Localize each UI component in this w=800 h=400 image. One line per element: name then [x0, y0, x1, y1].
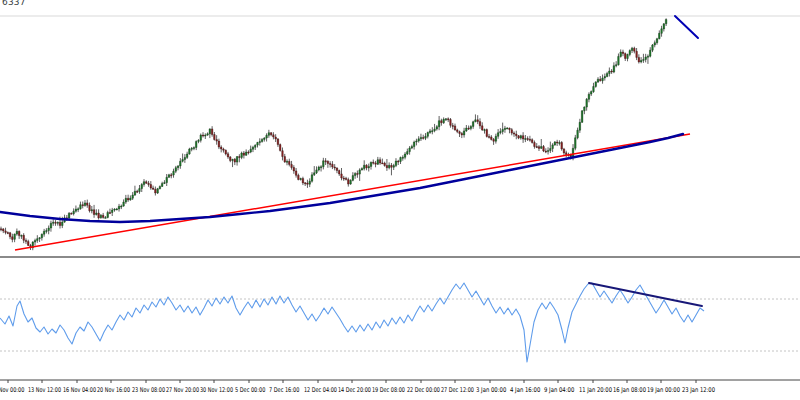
x-axis-label: 30 Nov 12:00 [200, 386, 233, 394]
x-axis-label: 16 Nov 04:00 [63, 386, 96, 394]
x-axis-label: 27 Dec 12:00 [441, 386, 474, 394]
chart-svg[interactable]: 9 Nov 00:0013 Nov 12:0016 Nov 04:0020 No… [0, 0, 800, 400]
x-axis-label: 13 Nov 12:00 [28, 386, 61, 394]
x-axis-label: 19 Jan 00:00 [647, 386, 680, 394]
x-axis[interactable]: 9 Nov 00:0013 Nov 12:0016 Nov 04:0020 No… [0, 380, 800, 394]
x-axis-label: 7 Dec 16:00 [269, 386, 299, 394]
x-axis-label: 19 Dec 08:00 [372, 386, 405, 394]
x-axis-label: 22 Dec 00:00 [407, 386, 440, 394]
x-axis-label: 14 Dec 20:00 [338, 386, 371, 394]
x-axis-label: 12 Dec 04:00 [304, 386, 337, 394]
main-chart-panel [0, 16, 800, 257]
chart-window: 9 Nov 00:0013 Nov 12:0016 Nov 04:0020 No… [0, 0, 800, 400]
x-axis-label: 3 Jan 00:00 [476, 386, 506, 394]
x-axis-label: 23 Nov 08:00 [132, 386, 165, 394]
price-info-fragment: 6337 [2, 0, 26, 7]
red-trendline[interactable] [15, 134, 690, 250]
x-axis-label: 9 Jan 04:00 [544, 386, 574, 394]
indicator-panel [0, 283, 800, 362]
oscillator-line [0, 283, 704, 362]
x-axis-label: 5 Dec 00:00 [235, 386, 265, 394]
x-axis-label: 16 Jan 08:00 [613, 386, 646, 394]
x-axis-label: 4 Jan 16:00 [510, 386, 540, 394]
blue-top-trendline[interactable] [675, 16, 698, 38]
x-axis-label: 27 Nov 20:00 [166, 386, 199, 394]
x-axis-label: 11 Jan 20:00 [579, 386, 612, 394]
bearish-candles [0, 48, 639, 248]
x-axis-label: 9 Nov 00:00 [0, 386, 24, 394]
x-axis-label: 20 Nov 16:00 [97, 386, 130, 394]
x-axis-label: 23 Jan 12:00 [682, 386, 715, 394]
bullish-candles [14, 20, 667, 248]
